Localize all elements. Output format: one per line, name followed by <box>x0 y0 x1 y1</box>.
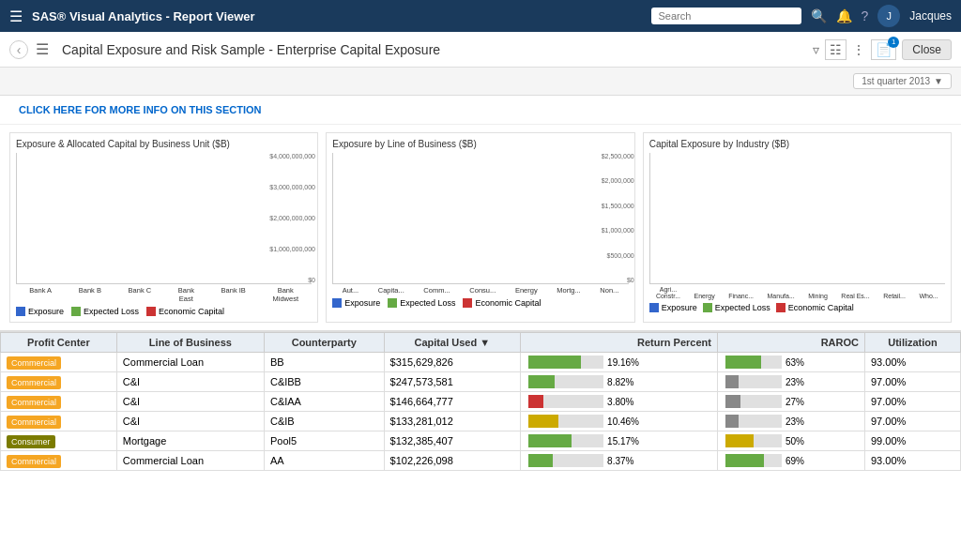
chart-3-body: $2,500,000 $2,000,000 $1,500,000 $1,000,… <box>649 153 945 284</box>
info-section: CLICK HERE FOR MORE INFO ON THIS SECTION <box>0 96 961 125</box>
cell-profit-center: Commercial <box>1 451 117 471</box>
main-content: 1st quarter 2013 ▼ CLICK HERE FOR MORE I… <box>0 68 961 560</box>
cell-capital: $102,226,098 <box>384 451 521 471</box>
table-row: Commercial C&I C&IBB $247,573,581 8.82% … <box>1 372 961 392</box>
legend-dot-expected-1 <box>71 307 81 316</box>
cell-utilization: 97.00% <box>865 372 961 392</box>
search-icon[interactable]: 🔍 <box>811 8 827 23</box>
cell-raroc: 23% <box>717 412 864 431</box>
data-table-area: Profit Center Line of Business Counterpa… <box>0 331 961 560</box>
table-row: Commercial Commercial Loan BB $315,629,8… <box>1 353 961 372</box>
cell-counterparty: AA <box>264 451 384 471</box>
col-profit-center[interactable]: Profit Center <box>1 333 117 353</box>
chart-1-x-labels: Bank A Bank B Bank C BankEast Bank IB Ba… <box>16 286 312 303</box>
search-input[interactable] <box>651 8 801 24</box>
close-button[interactable]: Close <box>902 39 952 60</box>
cell-utilization: 93.00% <box>865 451 961 471</box>
export-icon[interactable]: 📄 1 <box>871 39 896 60</box>
cell-counterparty: C&IAA <box>264 392 384 412</box>
cell-counterparty: C&IBB <box>264 372 384 392</box>
cell-return: 19.16% <box>521 353 718 372</box>
cell-line: Mortgage <box>116 431 264 451</box>
legend-dot-exposure-1 <box>16 307 25 316</box>
chart-1-title: Exposure & Allocated Capital by Business… <box>16 139 312 149</box>
cell-utilization: 99.00% <box>865 431 961 451</box>
col-line-of-business[interactable]: Line of Business <box>116 333 264 353</box>
cell-capital: $133,281,012 <box>384 412 521 431</box>
grid-icon[interactable]: ☷ <box>825 39 847 60</box>
back-icon[interactable]: ‹ <box>9 40 28 59</box>
hamburger-icon[interactable]: ☰ <box>9 8 23 25</box>
help-icon[interactable]: ? <box>862 8 869 23</box>
cell-profit-center: Commercial <box>1 412 117 431</box>
chart-2-title: Exposure by Line of Business ($B) <box>332 139 628 149</box>
col-capital-used[interactable]: Capital Used ▼ <box>384 333 521 353</box>
chart-3-legend: Exposure Expected Loss Economic Capital <box>649 303 945 312</box>
cell-raroc: 23% <box>717 372 864 392</box>
cell-utilization: 93.00% <box>865 353 961 372</box>
table-row: Consumer Mortgage Pool5 $132,385,407 15.… <box>1 431 961 451</box>
charts-area: Exposure & Allocated Capital by Business… <box>0 125 961 331</box>
cell-counterparty: C&IB <box>264 412 384 431</box>
cell-profit-center: Commercial <box>1 392 117 412</box>
cell-return: 8.82% <box>521 372 718 392</box>
chart-2-body: $4,000,000,000 $3,000,000,000 $2,000,000… <box>332 153 628 284</box>
cell-return: 15.17% <box>521 431 718 451</box>
app-title: SAS® Visual Analytics - Report Viewer <box>32 9 255 23</box>
cell-raroc: 69% <box>717 451 864 471</box>
cell-utilization: 97.00% <box>865 392 961 412</box>
cell-profit-center: Commercial <box>1 353 117 372</box>
col-utilization[interactable]: Utilization <box>865 333 961 353</box>
chart-2: Exposure by Line of Business ($B) $4,000… <box>326 132 634 323</box>
notifications-icon[interactable]: 🔔 <box>836 8 852 23</box>
cell-line: Commercial Loan <box>116 451 264 471</box>
cell-line: C&I <box>116 372 264 392</box>
cell-capital: $315,629,826 <box>384 353 521 372</box>
col-return-percent[interactable]: Return Percent <box>521 333 718 353</box>
menu-icon[interactable]: ☰ <box>36 40 49 58</box>
quarter-bar: 1st quarter 2013 ▼ <box>0 68 961 96</box>
cell-counterparty: BB <box>264 353 384 372</box>
table-row: Commercial C&I C&IB $133,281,012 10.46% … <box>1 412 961 431</box>
cell-line: C&I <box>116 412 264 431</box>
username-label: Jacques <box>909 9 952 23</box>
table-header-row: Profit Center Line of Business Counterpa… <box>1 333 961 353</box>
cell-utilization: 97.00% <box>865 412 961 431</box>
legend-dot-economic-1 <box>146 307 156 316</box>
cell-return: 10.46% <box>521 412 718 431</box>
dropdown-arrow[interactable]: ▼ <box>934 76 943 86</box>
user-avatar[interactable]: J <box>877 5 900 27</box>
chart-1-body: $3,000,000,000 $2,500,000,000 $2,000,000… <box>16 153 312 284</box>
report-title: Capital Exposure and Risk Sample - Enter… <box>62 42 805 57</box>
report-toolbar: ‹ ☰ Capital Exposure and Risk Sample - E… <box>0 32 961 68</box>
col-counterparty[interactable]: Counterparty <box>264 333 384 353</box>
chart-2-legend: Exposure Expected Loss Economic Capital <box>332 298 628 308</box>
cell-raroc: 27% <box>717 392 864 412</box>
more-icon[interactable]: ⋮ <box>852 42 865 57</box>
cell-profit-center: Commercial <box>1 372 117 392</box>
y-axis-3: $2,500,000 $2,000,000 $1,500,000 $1,000,… <box>602 153 634 283</box>
cell-capital: $247,573,581 <box>384 372 521 392</box>
table-row: Commercial C&I C&IAA $146,664,777 3.80% … <box>1 392 961 412</box>
table-body: Commercial Commercial Loan BB $315,629,8… <box>1 353 961 471</box>
y-axis-2: $4,000,000,000 $3,000,000,000 $2,000,000… <box>269 153 315 283</box>
legend-exposure-1: Exposure <box>16 307 64 316</box>
filter-icon[interactable]: ▿ <box>813 42 819 57</box>
quarter-dropdown[interactable]: 1st quarter 2013 ▼ <box>853 73 952 89</box>
cell-return: 3.80% <box>521 392 718 412</box>
chart-3-title: Capital Exposure by Industry ($B) <box>649 139 945 149</box>
col-raroc[interactable]: RAROC <box>717 333 864 353</box>
chart-3: Capital Exposure by Industry ($B) $2,500… <box>643 132 952 323</box>
cell-raroc: 50% <box>717 431 864 451</box>
toolbar-actions: ▿ ☷ ⋮ 📄 1 Close <box>813 39 952 60</box>
table-row: Commercial Commercial Loan AA $102,226,0… <box>1 451 961 471</box>
cell-capital: $146,664,777 <box>384 392 521 412</box>
quarter-value: 1st quarter 2013 <box>862 76 930 86</box>
cell-return: 8.37% <box>521 451 718 471</box>
legend-economic-1: Economic Capital <box>146 307 224 316</box>
info-link[interactable]: CLICK HERE FOR MORE INFO ON THIS SECTION <box>19 104 262 115</box>
cell-profit-center: Consumer <box>1 431 117 451</box>
chart-1-legend: Exposure Expected Loss Economic Capital <box>16 307 312 316</box>
cell-line: Commercial Loan <box>116 353 264 372</box>
cell-line: C&I <box>116 392 264 412</box>
